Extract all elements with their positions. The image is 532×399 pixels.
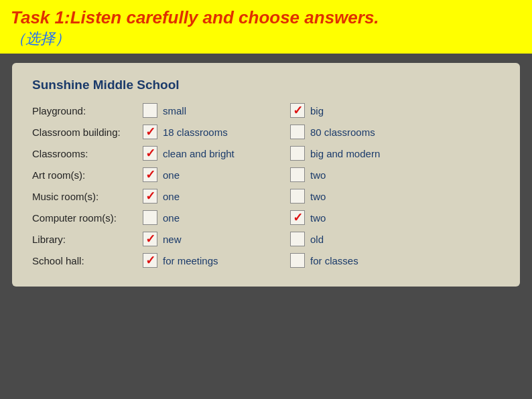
row-label-3: Art room(s): (32, 169, 143, 181)
option-left-text-5: one (163, 212, 180, 224)
checkmark-left-2: ✓ (145, 147, 155, 159)
option-right-text-6: old (310, 234, 324, 245)
checkbox-left-1[interactable]: ✓ (143, 125, 157, 139)
option-right-1: 80 classrooms (290, 125, 500, 139)
checkbox-right-7[interactable] (290, 253, 305, 268)
checkbox-left-6[interactable]: ✓ (143, 232, 157, 246)
row-label-6: Library: (32, 234, 143, 245)
checkmark-left-7: ✓ (145, 254, 155, 266)
checkbox-left-4[interactable]: ✓ (143, 189, 157, 204)
option-right-3: two (290, 167, 500, 182)
table-row: Classroom building: ✓ 18 classrooms 80 c… (32, 125, 500, 139)
option-left-text-4: one (163, 191, 180, 202)
option-left-text-2: clean and bright (163, 148, 235, 159)
checkbox-left-5[interactable] (143, 210, 157, 225)
header: Task 1:Listen carefully and choose answe… (0, 0, 532, 54)
option-left-text-3: one (163, 169, 180, 181)
table-row: Playground: small ✓ big (32, 103, 500, 118)
option-right-text-0: big (310, 105, 324, 116)
option-right-text-1: 80 classrooms (310, 127, 375, 138)
checkmark-left-6: ✓ (145, 233, 155, 245)
checkbox-left-2[interactable]: ✓ (143, 146, 157, 161)
checkbox-right-4[interactable] (290, 189, 305, 204)
option-right-text-7: for classes (310, 255, 358, 266)
option-right-text-2: big and modern (310, 148, 380, 159)
option-left-3: ✓ one (143, 167, 290, 182)
checkbox-left-0[interactable] (143, 103, 157, 118)
school-title: Sunshine Middle School (32, 78, 500, 92)
table-row: School hall: ✓ for meetings for classes (32, 253, 500, 268)
option-left-text-6: new (163, 234, 182, 245)
table-row: Music room(s): ✓ one two (32, 189, 500, 204)
option-left-text-1: 18 classrooms (163, 127, 228, 138)
checkmark-left-3: ✓ (145, 169, 155, 181)
option-right-4: two (290, 189, 500, 204)
table-row: Library: ✓ new old (32, 232, 500, 246)
checkmark-right-0: ✓ (293, 104, 303, 116)
table-row: Classrooms: ✓ clean and bright big and m… (32, 146, 500, 161)
option-left-6: ✓ new (143, 232, 290, 246)
checkmark-left-4: ✓ (145, 190, 155, 202)
checkbox-right-2[interactable] (290, 146, 305, 161)
row-label-0: Playground: (32, 105, 143, 116)
option-right-5: ✓ two (290, 210, 500, 225)
option-right-text-3: two (310, 169, 326, 181)
checkbox-right-3[interactable] (290, 167, 305, 182)
option-right-text-5: two (310, 212, 326, 224)
row-label-5: Computer room(s): (32, 212, 143, 224)
option-right-text-4: two (310, 191, 326, 202)
row-label-4: Music room(s): (32, 191, 143, 202)
checkbox-right-5[interactable]: ✓ (290, 210, 305, 225)
option-left-7: ✓ for meetings (143, 253, 290, 268)
option-left-0: small (143, 103, 290, 118)
checkbox-right-0[interactable]: ✓ (290, 103, 305, 118)
row-label-7: School hall: (32, 255, 143, 266)
checkbox-left-3[interactable]: ✓ (143, 167, 157, 182)
option-left-text-7: for meetings (163, 255, 218, 266)
row-label-2: Classrooms: (32, 148, 143, 159)
option-right-0: ✓ big (290, 103, 500, 118)
option-right-2: big and modern (290, 146, 500, 161)
option-left-5: one (143, 210, 290, 225)
content-area: Sunshine Middle School Playground: small… (12, 63, 520, 287)
table-row: Art room(s): ✓ one two (32, 167, 500, 182)
checkbox-right-1[interactable] (290, 125, 305, 139)
header-subtitle: （选择） (11, 29, 521, 49)
option-right-6: old (290, 232, 500, 246)
checkbox-right-6[interactable] (290, 232, 305, 246)
row-label-1: Classroom building: (32, 127, 143, 138)
option-right-7: for classes (290, 253, 500, 268)
option-left-1: ✓ 18 classrooms (143, 125, 290, 139)
header-title: Task 1:Listen carefully and choose answe… (11, 7, 521, 29)
checkmark-left-1: ✓ (145, 126, 155, 138)
checkmark-right-5: ✓ (293, 212, 303, 224)
option-left-4: ✓ one (143, 189, 290, 204)
option-left-2: ✓ clean and bright (143, 146, 290, 161)
checkbox-left-7[interactable]: ✓ (143, 253, 157, 268)
table-row: Computer room(s): one ✓ two (32, 210, 500, 225)
option-left-text-0: small (163, 105, 186, 116)
